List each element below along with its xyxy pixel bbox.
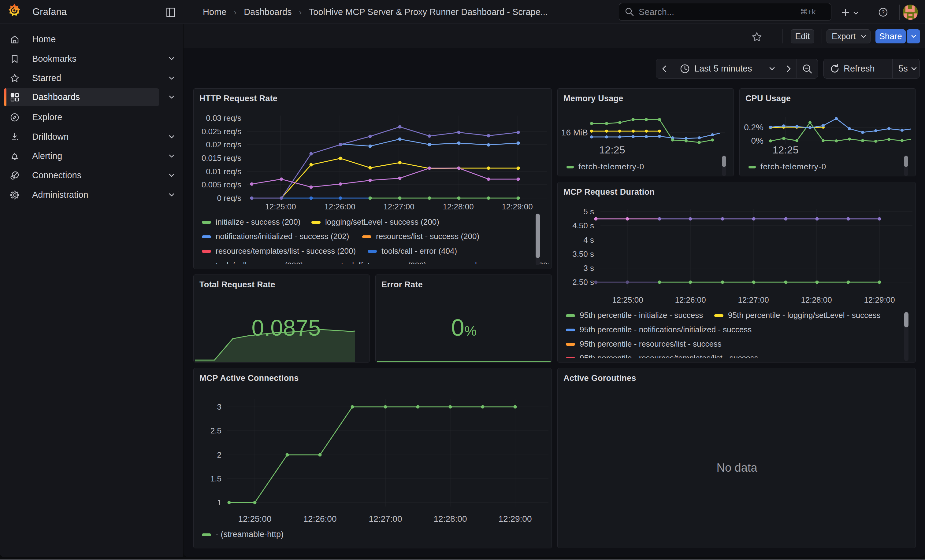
svg-text:?: ? [881,9,884,15]
